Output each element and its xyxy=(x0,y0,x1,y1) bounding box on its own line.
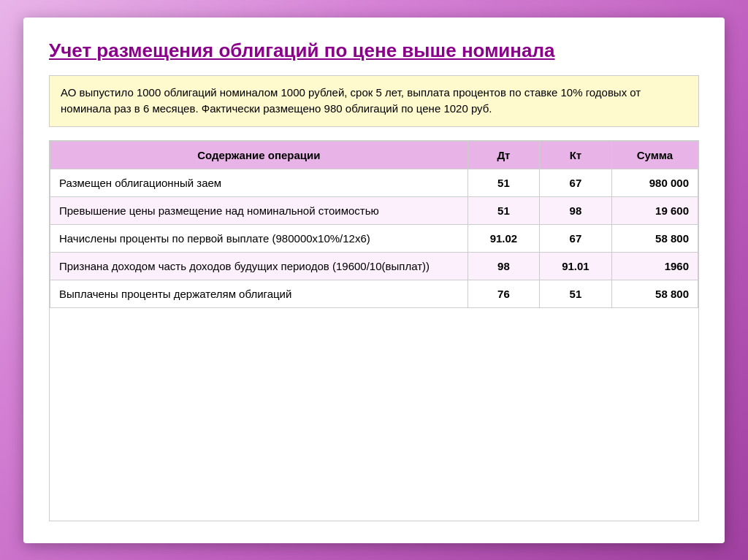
cell-sum: 1960 xyxy=(611,252,698,280)
table-row: Превышение цены размещение над номинальн… xyxy=(50,196,698,224)
col-header-sum: Сумма xyxy=(611,141,698,169)
cell-desc: Размещен облигационный заем xyxy=(50,169,468,196)
table-header-row: Содержание операции Дт Кт Сумма xyxy=(50,141,698,169)
cell-desc: Превышение цены размещение над номинальн… xyxy=(50,196,468,224)
cell-sum: 980 000 xyxy=(611,169,698,196)
cell-kt: 91.01 xyxy=(540,252,612,280)
cell-dt: 76 xyxy=(468,280,540,307)
cell-dt: 91.02 xyxy=(468,224,540,252)
cell-kt: 67 xyxy=(540,169,612,196)
cell-sum: 19 600 xyxy=(611,196,698,224)
table-wrapper: Содержание операции Дт Кт Сумма Размещен… xyxy=(49,140,699,521)
cell-sum: 58 800 xyxy=(611,224,698,252)
cell-desc: Признана доходом часть доходов будущих п… xyxy=(50,252,468,280)
page-title: Учет размещения облигаций по цене выше н… xyxy=(49,39,699,62)
col-header-kt: Кт xyxy=(540,141,612,169)
table-row: Начислены проценты по первой выплате (98… xyxy=(50,224,698,252)
cell-kt: 51 xyxy=(540,280,612,307)
operations-table: Содержание операции Дт Кт Сумма Размещен… xyxy=(50,141,698,308)
cell-desc: Выплачены проценты держателям облигаций xyxy=(50,280,468,307)
cell-desc: Начислены проценты по первой выплате (98… xyxy=(50,224,468,252)
table-row: Выплачены проценты держателям облигаций7… xyxy=(50,280,698,307)
slide-container: Учет размещения облигаций по цене выше н… xyxy=(23,18,725,543)
cell-kt: 67 xyxy=(540,224,612,252)
cell-dt: 98 xyxy=(468,252,540,280)
col-header-desc: Содержание операции xyxy=(50,141,468,169)
cell-dt: 51 xyxy=(468,196,540,224)
cell-sum: 58 800 xyxy=(611,280,698,307)
table-row: Размещен облигационный заем5167980 000 xyxy=(50,169,698,196)
description-text: АО выпустило 1000 облигаций номиналом 10… xyxy=(61,86,641,115)
cell-kt: 98 xyxy=(540,196,612,224)
col-header-dt: Дт xyxy=(468,141,540,169)
table-row: Признана доходом часть доходов будущих п… xyxy=(50,252,698,280)
cell-dt: 51 xyxy=(468,169,540,196)
description-box: АО выпустило 1000 облигаций номиналом 10… xyxy=(49,75,699,127)
